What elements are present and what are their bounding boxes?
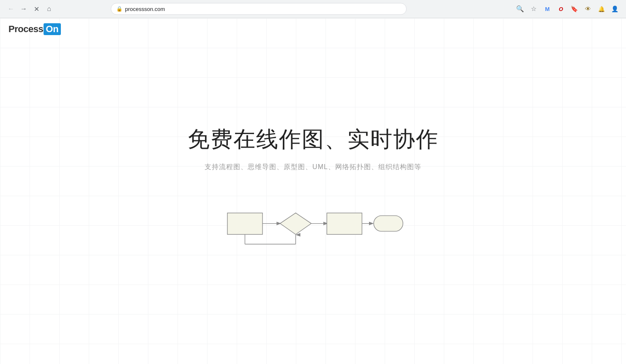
forward-button[interactable]: →	[18, 3, 30, 15]
browser-chrome: ← → ✕ ⌂ 🔒 processson.com 🔍 ☆ M O 🔖 👁	[0, 0, 626, 18]
user-icon[interactable]: 👤	[609, 3, 621, 15]
lock-icon: 🔒	[116, 6, 123, 12]
eye-icon[interactable]: 👁	[582, 3, 594, 15]
reload-button[interactable]: ✕	[30, 3, 42, 15]
hero-title: 免费在线作图、实时协作	[188, 125, 439, 154]
nav-buttons: ← → ✕ ⌂	[5, 3, 55, 15]
svg-marker-2	[280, 213, 311, 235]
hero-subtitle: 支持流程图、思维导图、原型图、UML、网络拓扑图、组织结构图等	[205, 163, 421, 172]
logo-process-text: Process	[8, 24, 43, 35]
notification-icon[interactable]: 🔔	[596, 3, 607, 15]
logo-on-text: On	[44, 23, 61, 35]
svg-rect-4	[327, 213, 362, 235]
search-icon[interactable]: 🔍	[514, 3, 526, 15]
svg-rect-6	[374, 216, 403, 231]
home-button[interactable]: ⌂	[43, 3, 55, 15]
gmail-icon[interactable]: M	[541, 3, 553, 15]
opera-icon[interactable]: O	[555, 3, 567, 15]
browser-toolbar: ← → ✕ ⌂ 🔒 processson.com 🔍 ☆ M O 🔖 👁	[0, 0, 626, 18]
site-header: Process On	[0, 18, 626, 40]
address-bar[interactable]: 🔒 processson.com	[111, 3, 407, 15]
toolbar-actions: 🔍 ☆ M O 🔖 👁 🔔 👤	[514, 3, 621, 15]
bookmark-star-icon[interactable]: ☆	[528, 3, 540, 15]
back-button[interactable]: ←	[5, 3, 17, 15]
flowchart-diagram	[212, 201, 415, 252]
page-content: Process On 免费在线作图、实时协作 支持流程图、思维导图、原型图、UM…	[0, 18, 626, 364]
logo-container[interactable]: Process On	[8, 23, 618, 35]
url-text: processson.com	[125, 6, 165, 12]
svg-rect-0	[227, 213, 262, 235]
flowchart-svg	[212, 201, 415, 252]
main-content: 免费在线作图、实时协作 支持流程图、思维导图、原型图、UML、网络拓扑图、组织结…	[0, 40, 626, 252]
red-bookmark-icon[interactable]: 🔖	[569, 3, 580, 15]
